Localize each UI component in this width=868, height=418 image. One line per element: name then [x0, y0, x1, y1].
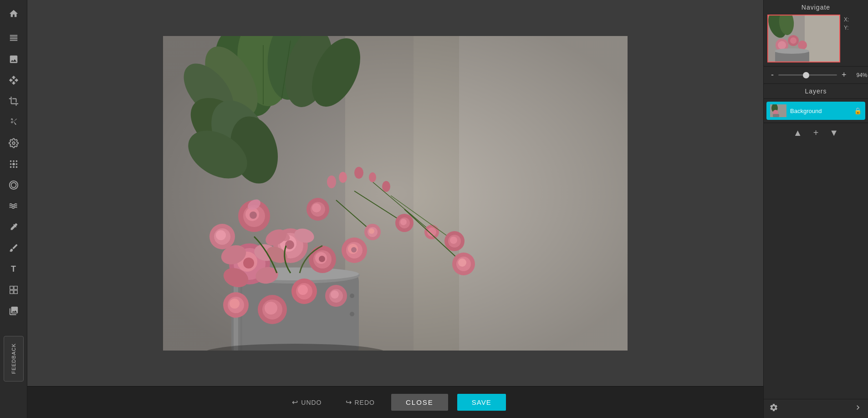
photo-gallery-tool[interactable]: [4, 301, 24, 321]
svg-point-7: [15, 160, 17, 162]
settings-button[interactable]: [769, 403, 778, 414]
svg-point-108: [298, 285, 308, 295]
svg-point-126: [790, 37, 797, 44]
close-button[interactable]: CLOSE: [391, 394, 448, 411]
layer-controls: ▲ + ▼: [764, 123, 868, 143]
save-button[interactable]: SAVE: [457, 394, 506, 411]
svg-point-15: [11, 183, 16, 188]
layers-section: Layers Background 🔒 ▲ + ▼: [764, 84, 868, 242]
y-label: Y:: [844, 25, 849, 31]
svg-point-103: [382, 181, 390, 192]
svg-point-9: [12, 163, 15, 165]
stripe-tool[interactable]: [4, 28, 24, 48]
svg-point-84: [450, 237, 457, 244]
svg-point-77: [400, 219, 407, 225]
svg-point-13: [15, 166, 17, 168]
zoom-value: 94%: [851, 72, 868, 78]
layers-list: Background 🔒: [764, 99, 868, 123]
navigate-title: Navigate: [767, 4, 864, 11]
redo-label: REDO: [355, 399, 375, 406]
layer-thumbnail: [770, 104, 786, 117]
eyedropper-tool[interactable]: [4, 217, 24, 237]
crop-tool[interactable]: [4, 91, 24, 111]
home-tool[interactable]: [4, 4, 24, 24]
svg-point-73: [369, 228, 374, 234]
svg-point-5: [10, 160, 11, 162]
nav-coords: X: Y:: [844, 15, 849, 31]
svg-point-11: [10, 166, 11, 168]
pattern-tool[interactable]: [4, 280, 24, 300]
layer-move-down-button[interactable]: ▼: [829, 128, 838, 138]
svg-point-92: [250, 212, 257, 219]
undo-button[interactable]: ↩ UNDO: [285, 394, 329, 410]
waves-tool[interactable]: [4, 196, 24, 216]
svg-point-6: [13, 160, 15, 162]
svg-point-100: [339, 172, 347, 183]
svg-point-58: [285, 240, 294, 249]
bottom-right-panel: [764, 399, 868, 418]
redo-button[interactable]: ↪ REDO: [338, 394, 382, 410]
svg-point-98: [312, 203, 321, 212]
layer-name: Background: [790, 108, 850, 114]
svg-point-101: [354, 167, 363, 179]
svg-point-111: [331, 290, 339, 299]
svg-point-129: [775, 48, 809, 54]
svg-rect-133: [773, 114, 779, 117]
svg-rect-16: [10, 286, 13, 289]
x-label: X:: [844, 16, 849, 23]
svg-point-124: [778, 41, 786, 49]
svg-point-10: [15, 163, 17, 165]
layers-title: Layers: [764, 84, 868, 99]
scissors-tool[interactable]: [4, 112, 24, 132]
canvas-container[interactable]: [27, 0, 763, 386]
undo-icon: ↩: [292, 398, 298, 407]
panel-spacer: [764, 242, 868, 399]
layer-add-button[interactable]: +: [813, 128, 819, 138]
layer-lock-icon: 🔒: [854, 107, 862, 114]
svg-point-127: [798, 41, 807, 50]
feedback-button[interactable]: FEEDBACK: [4, 336, 24, 382]
move-tool[interactable]: [4, 70, 24, 90]
halftone-tool[interactable]: [4, 154, 24, 174]
svg-point-114: [265, 302, 277, 315]
image-tool[interactable]: [4, 49, 24, 69]
redo-icon: ↪: [346, 398, 352, 407]
bottom-bar: ↩ UNDO ↪ REDO CLOSE SAVE: [27, 386, 763, 418]
svg-point-88: [458, 258, 466, 267]
canvas-area: ↩ UNDO ↪ REDO CLOSE SAVE: [27, 0, 763, 418]
undo-label: UNDO: [301, 399, 322, 406]
filter-tool[interactable]: [4, 133, 24, 153]
svg-rect-120: [805, 15, 840, 62]
svg-point-102: [369, 172, 376, 182]
right-panel: Navigate: [763, 0, 868, 418]
svg-point-8: [10, 163, 11, 165]
zoom-minus-button[interactable]: -: [769, 70, 776, 80]
svg-rect-19: [14, 290, 17, 294]
navigate-content: X: Y:: [767, 15, 864, 62]
svg-point-12: [13, 166, 15, 168]
text-tool[interactable]: T: [4, 259, 24, 279]
svg-rect-17: [14, 286, 17, 289]
svg-point-69: [351, 247, 357, 253]
svg-point-99: [327, 175, 336, 188]
svg-point-46: [350, 312, 354, 316]
expand-button[interactable]: [853, 403, 863, 414]
svg-point-50: [243, 258, 254, 268]
left-toolbar: T FEEDBACK: [0, 0, 27, 418]
layer-item-background[interactable]: Background 🔒: [766, 102, 865, 120]
svg-point-4: [12, 142, 15, 144]
svg-point-45: [350, 294, 354, 298]
zoom-slider[interactable]: [778, 74, 837, 76]
canvas[interactable]: [163, 36, 628, 351]
vignette-tool[interactable]: [4, 175, 24, 195]
zoom-plus-button[interactable]: +: [840, 70, 848, 80]
svg-point-65: [319, 256, 325, 262]
svg-point-117: [230, 299, 240, 309]
layer-move-up-button[interactable]: ▲: [793, 128, 802, 138]
svg-point-95: [216, 230, 226, 240]
navigate-section: Navigate: [764, 0, 868, 67]
brush-tool[interactable]: [4, 238, 24, 258]
svg-rect-18: [10, 290, 13, 294]
feedback-label: FEEDBACK: [11, 343, 16, 374]
nav-thumbnail[interactable]: [767, 15, 840, 62]
